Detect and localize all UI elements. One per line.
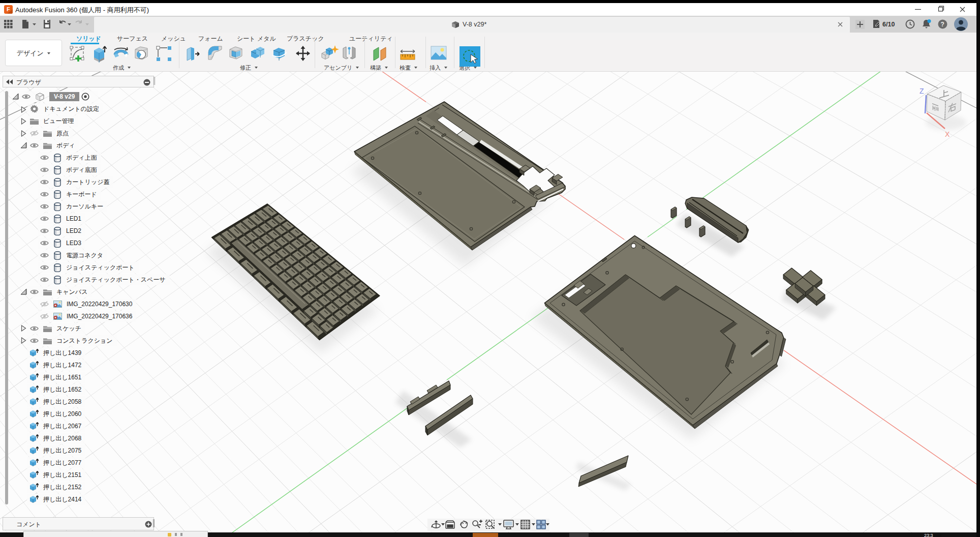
svg-text:?: ?: [941, 21, 944, 28]
svg-text:X: X: [945, 130, 950, 138]
svg-text:F: F: [7, 6, 10, 12]
svg-text:Z: Z: [920, 87, 924, 95]
